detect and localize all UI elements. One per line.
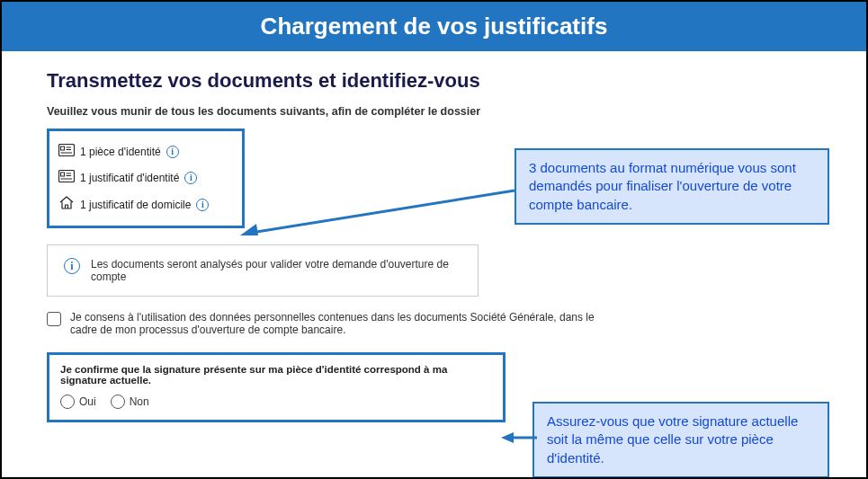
notice-text: Les documents seront analysés pour valid… — [91, 258, 461, 283]
page-title: Transmettez vos documents et identifiez-… — [47, 69, 830, 93]
svg-rect-6 — [61, 173, 65, 176]
header-title: Chargement de vos justificatifs — [261, 13, 608, 40]
info-icon[interactable]: i — [196, 199, 209, 211]
home-icon — [58, 196, 75, 213]
radio-circle-icon — [60, 395, 75, 409]
radio-option-yes[interactable]: Oui — [60, 395, 96, 409]
svg-line-10 — [251, 191, 515, 233]
instruction-text: Veuillez vous munir de tous les document… — [47, 105, 830, 118]
id-card-icon — [58, 170, 75, 185]
header-banner: Chargement de vos justificatifs — [2, 2, 866, 51]
info-icon[interactable]: i — [166, 146, 179, 158]
doc-label: 1 justificatif de domicile — [80, 199, 191, 211]
signature-question: Je confirme que la signature présente su… — [60, 364, 492, 386]
svg-marker-13 — [501, 432, 514, 443]
notice-box: i Les documents seront analysés pour val… — [47, 244, 479, 297]
arrow-icon — [240, 186, 519, 240]
radio-label: Non — [130, 395, 149, 408]
doc-item: 1 justificatif de domicile i — [58, 191, 233, 218]
signature-box: Je confirme que la signature présente su… — [47, 352, 506, 422]
callout-text: 3 documents au format numérique vous son… — [529, 160, 796, 212]
consent-row: Je consens à l'utilisation des données p… — [47, 311, 622, 336]
documents-box: 1 pièce d'identité i 1 justificatif d'id… — [47, 129, 245, 228]
radio-option-no[interactable]: Non — [111, 395, 149, 409]
radio-group: Oui Non — [60, 395, 492, 409]
doc-label: 1 justificatif d'identité — [80, 172, 179, 184]
callout-signature: Assurez-vous que votre signature actuell… — [532, 402, 829, 478]
consent-checkbox[interactable] — [47, 312, 61, 326]
radio-label: Oui — [79, 395, 96, 408]
callout-text: Assurez-vous que votre signature actuell… — [547, 413, 798, 466]
radio-circle-icon — [111, 395, 125, 409]
consent-text: Je consens à l'utilisation des données p… — [70, 311, 622, 336]
callout-documents: 3 documents au format numérique vous son… — [515, 148, 829, 225]
doc-item: 1 pièce d'identité i — [58, 138, 233, 164]
info-icon: i — [64, 258, 80, 274]
doc-item: 1 justificatif d'identité i — [58, 164, 233, 191]
id-card-icon — [58, 144, 75, 159]
info-icon[interactable]: i — [184, 172, 197, 184]
doc-label: 1 pièce d'identité — [80, 146, 161, 158]
svg-rect-1 — [61, 146, 65, 150]
